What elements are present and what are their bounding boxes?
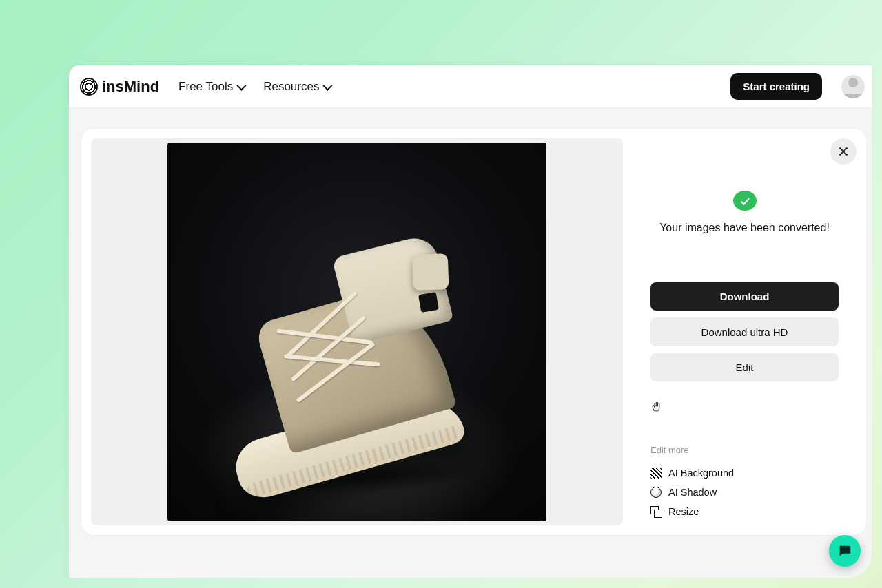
download-button[interactable]: Download — [650, 282, 839, 311]
tool-ai-shadow-label: AI Shadow — [668, 487, 717, 498]
app-window: insMind Free Tools Resources Start creat… — [69, 65, 872, 578]
resize-icon — [650, 506, 662, 517]
nav-free-tools[interactable]: Free Tools — [178, 80, 244, 94]
result-panel: Your images have been converted! Downloa… — [623, 129, 866, 535]
tool-ai-background-label: AI Background — [668, 468, 734, 479]
header-bar: insMind Free Tools Resources Start creat… — [69, 65, 872, 108]
brand-name: insMind — [102, 78, 159, 96]
result-card: Your images have been converted! Downloa… — [81, 129, 866, 535]
result-image[interactable] — [167, 143, 546, 521]
edit-button[interactable]: Edit — [650, 353, 839, 381]
nav-resources[interactable]: Resources — [263, 80, 330, 94]
nav-free-tools-label: Free Tools — [178, 80, 233, 94]
success-check-icon — [733, 191, 757, 211]
brand-logo[interactable]: insMind — [80, 78, 159, 96]
download-ultra-hd-button[interactable]: Download ultra HD — [650, 317, 839, 346]
tool-resize[interactable]: Resize — [650, 502, 839, 521]
chevron-down-icon — [237, 81, 247, 90]
close-button[interactable] — [830, 138, 857, 165]
image-preview-area — [91, 138, 623, 525]
close-icon — [839, 147, 848, 156]
nav-resources-label: Resources — [263, 80, 319, 94]
workspace: Your images have been converted! Downloa… — [69, 108, 872, 578]
ai-shadow-icon — [650, 487, 662, 498]
edit-more-label: Edit more — [650, 445, 839, 455]
user-avatar[interactable] — [841, 75, 865, 98]
logo-icon — [80, 78, 98, 96]
start-creating-button[interactable]: Start creating — [730, 73, 822, 100]
chevron-down-icon — [323, 81, 333, 90]
hand-icon — [650, 401, 663, 413]
tool-ai-shadow[interactable]: AI Shadow — [650, 483, 839, 502]
pan-tool-button[interactable] — [650, 401, 839, 416]
chat-icon — [837, 543, 852, 558]
tool-resize-label: Resize — [668, 506, 699, 517]
tool-ai-background[interactable]: AI Background — [650, 463, 839, 483]
status-message: Your images have been converted! — [650, 222, 839, 234]
ai-background-icon — [650, 468, 662, 479]
chat-support-button[interactable] — [829, 535, 861, 567]
